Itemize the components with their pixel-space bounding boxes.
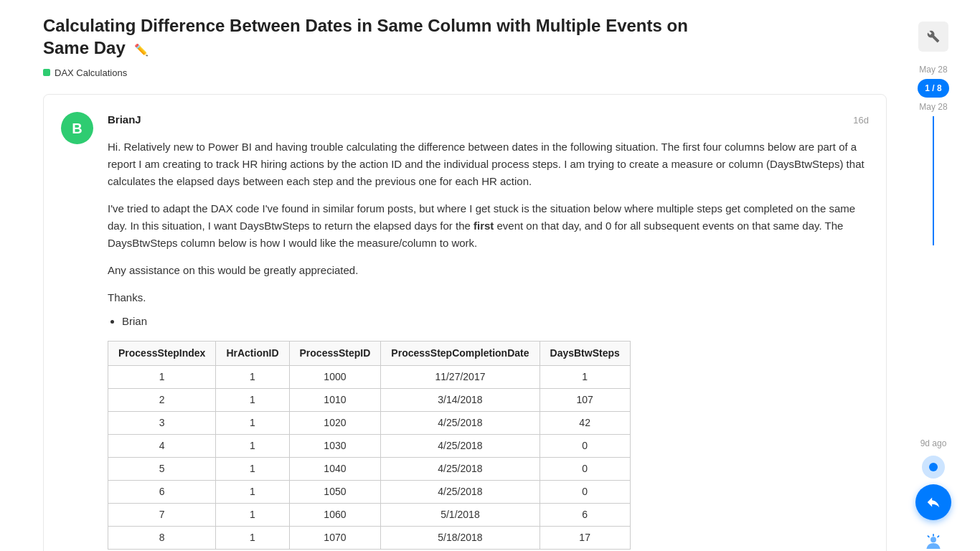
table-row: 5110404/25/20180 — [108, 458, 631, 481]
svg-point-0 — [930, 537, 936, 542]
list-item: Brian — [122, 314, 869, 330]
reply-icon — [925, 494, 941, 510]
table-row: 11100011/27/20171 — [108, 366, 631, 389]
category-dot — [43, 69, 50, 76]
sidebar-bottom: 9d ago SUBSCRIBE — [910, 423, 956, 551]
table-row: 7110605/1/20186 — [108, 504, 631, 527]
table-row: 6110504/25/20180 — [108, 481, 631, 504]
table-row: 2110103/14/2018107 — [108, 389, 631, 412]
progress-indicator: 1 / 8 — [918, 79, 948, 98]
dot-inner — [929, 463, 938, 471]
col-header-1: ProcessStepIndex — [108, 342, 216, 366]
post-author[interactable]: BrianJ — [108, 112, 141, 128]
timeline-section: May 28 1 / 8 May 28 — [901, 60, 966, 248]
timeline-date-top: May 28 — [919, 63, 947, 76]
data-table: ProcessStepIndex HrActionID ProcessStepI… — [108, 341, 631, 550]
notification-dot[interactable] — [922, 456, 945, 479]
avatar-letter: B — [72, 118, 82, 139]
post-card: B BrianJ 16d Hi. Relatively new to Power… — [43, 94, 887, 551]
post-body: BrianJ 16d Hi. Relatively new to Power B… — [108, 112, 869, 550]
wrench-icon — [927, 30, 940, 43]
paragraph-4: Thanks. — [108, 289, 869, 306]
paragraph-1: Hi. Relatively new to Power BI and havin… — [108, 138, 869, 190]
table-row: 3110204/25/201842 — [108, 412, 631, 435]
svg-line-2 — [928, 535, 929, 537]
col-header-5: DaysBtwSteps — [540, 342, 630, 366]
avatar: B — [61, 112, 93, 144]
category-label: DAX Calculations — [55, 66, 127, 80]
tools-button[interactable] — [918, 22, 948, 52]
post-text: Hi. Relatively new to Power BI and havin… — [108, 138, 869, 550]
subscribe-icon — [922, 532, 945, 551]
col-header-4: ProcessStepCompletionDate — [381, 342, 540, 366]
reply-button[interactable] — [915, 484, 951, 520]
svg-line-3 — [938, 535, 939, 537]
category-badge[interactable]: DAX Calculations — [43, 66, 127, 80]
sidebar: May 28 1 / 8 May 28 9d ago — [901, 14, 966, 551]
time-ago-label: 9d ago — [920, 437, 947, 450]
main-content: Calculating Difference Between Dates in … — [43, 14, 887, 551]
table-row: 8110705/18/201817 — [108, 527, 631, 550]
page-title: Calculating Difference Between Dates in … — [43, 14, 887, 59]
bullet-list: Brian — [122, 314, 869, 330]
table-row: 4110304/25/20180 — [108, 435, 631, 458]
paragraph-3: Any assistance on this would be greatly … — [108, 262, 869, 279]
edit-icon[interactable]: ✏️ — [134, 43, 149, 58]
subscribe-section[interactable]: SUBSCRIBE — [910, 532, 956, 551]
timeline-date-bottom: May 28 — [919, 100, 947, 113]
timeline-line — [933, 116, 934, 245]
title-line2: Same Day — [43, 38, 126, 57]
post-header: BrianJ 16d — [108, 112, 869, 128]
col-header-2: HrActionID — [216, 342, 289, 366]
title-line1: Calculating Difference Between Dates in … — [43, 16, 688, 35]
col-header-3: ProcessStepID — [289, 342, 381, 366]
post-time: 16d — [853, 113, 869, 128]
paragraph-2: I've tried to adapt the DAX code I've fo… — [108, 200, 869, 252]
